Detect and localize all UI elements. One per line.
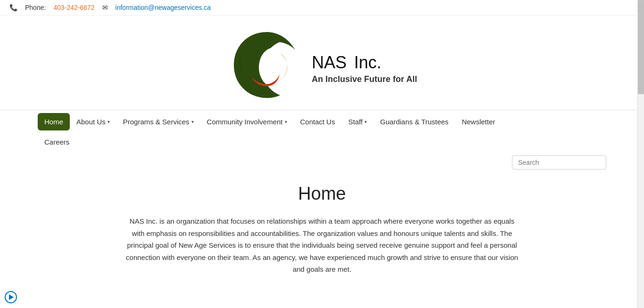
play-button[interactable] bbox=[5, 291, 17, 303]
chevron-down-icon: ▾ bbox=[285, 119, 287, 124]
chevron-down-icon: ▾ bbox=[364, 119, 367, 124]
nav-item-community[interactable]: Community Involvement ▾ bbox=[200, 113, 294, 130]
nav-bar: Home About Us ▾ Programs & Services ▾ Co… bbox=[0, 110, 644, 133]
logo-graphic bbox=[227, 25, 307, 105]
nav-item-programs[interactable]: Programs & Services ▾ bbox=[116, 113, 200, 130]
nav-item-staff[interactable]: Staff ▾ bbox=[342, 113, 374, 130]
scrollbar[interactable] bbox=[637, 0, 644, 308]
logo-name: NAS Inc. bbox=[312, 46, 417, 73]
logo-svg bbox=[227, 25, 307, 105]
page-title: Home bbox=[66, 184, 578, 204]
email-link[interactable]: information@newageservices.ca bbox=[116, 4, 211, 11]
page-body: NAS Inc. is an organization that focuses… bbox=[124, 215, 520, 276]
nav-second-row: Careers bbox=[0, 133, 644, 151]
logo-text-area: NAS Inc. An Inclusive Future for All bbox=[312, 46, 417, 84]
phone-icon: 📞 bbox=[9, 4, 17, 11]
svg-point-0 bbox=[259, 48, 289, 87]
scrollbar-thumb[interactable] bbox=[638, 0, 644, 94]
main-content: Home NAS Inc. is an organization that fo… bbox=[0, 174, 644, 294]
nav-item-newsletter[interactable]: Newsletter bbox=[455, 113, 502, 130]
logo-area: NAS Inc. An Inclusive Future for All bbox=[0, 16, 644, 110]
nav-item-guardians[interactable]: Guardians & Trustees bbox=[373, 113, 455, 130]
search-area bbox=[0, 151, 644, 174]
chevron-down-icon: ▾ bbox=[107, 119, 110, 124]
nav-item-about[interactable]: About Us ▾ bbox=[70, 113, 116, 130]
chevron-down-icon: ▾ bbox=[191, 119, 194, 124]
logo-tagline: An Inclusive Future for All bbox=[312, 74, 417, 84]
search-input[interactable] bbox=[512, 155, 606, 170]
nav-item-careers[interactable]: Careers bbox=[38, 133, 76, 151]
phone-label: Phone: bbox=[25, 4, 46, 11]
email-icon: ✉ bbox=[102, 4, 108, 11]
nav-item-home[interactable]: Home bbox=[38, 113, 70, 130]
nav-item-contact[interactable]: Contact Us bbox=[294, 113, 342, 130]
top-bar: 📞 Phone: 403-242-6672 ✉ information@newa… bbox=[0, 0, 644, 16]
phone-link[interactable]: 403-242-6672 bbox=[53, 4, 94, 11]
